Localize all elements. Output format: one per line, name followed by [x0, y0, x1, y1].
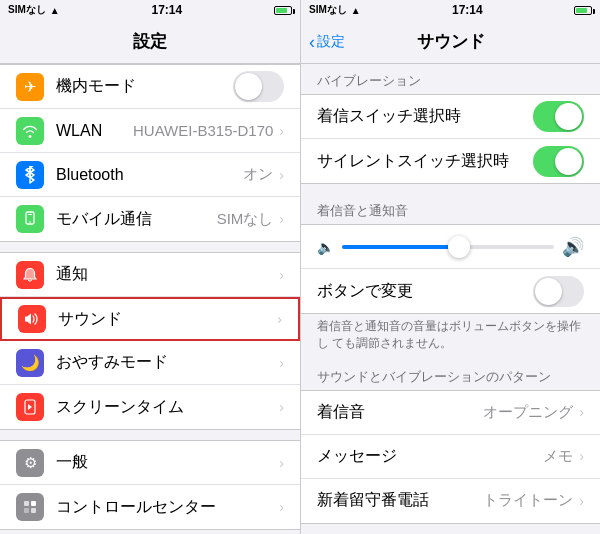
row-wlan[interactable]: WLAN HUAWEI-B315-D170 › — [0, 109, 300, 153]
wlan-label: WLAN — [56, 122, 133, 140]
newvoicemail-label: 新着留守番電話 — [317, 490, 483, 511]
general-label: 一般 — [56, 452, 279, 473]
ringtone-section: 🔈 🔊 ボタンで変更 — [301, 224, 600, 314]
volume-low-icon: 🔈 — [317, 239, 334, 255]
airplane-label: 機内モード — [56, 76, 233, 97]
svg-rect-4 — [24, 501, 29, 506]
wlan-value: HUAWEI-B315-D170 — [133, 122, 273, 139]
carrier-label: SIMなし — [8, 3, 46, 17]
right-status-left: SIMなし ▲ — [309, 3, 361, 17]
left-nav-title: 設定 — [133, 30, 167, 53]
vibration-header: バイブレーション — [301, 64, 600, 94]
volume-high-icon: 🔊 — [562, 236, 584, 258]
sound-label: サウンド — [58, 309, 277, 330]
ringtone-label: 着信音 — [317, 402, 483, 423]
airplane-toggle[interactable] — [233, 71, 284, 102]
screentime-label: スクリーンタイム — [56, 397, 279, 418]
newvoicemail-value: トライトーン — [483, 491, 573, 510]
row-screentime[interactable]: スクリーンタイム › — [0, 385, 300, 429]
right-panel: SIMなし ▲ 17:14 ‹ 設定 サウンド バイブレーション 着信スイッチ選… — [300, 0, 600, 534]
right-status-right — [574, 6, 592, 15]
right-time-label: 17:14 — [452, 3, 483, 17]
bluetooth-chevron: › — [279, 167, 284, 183]
volume-slider-thumb[interactable] — [448, 236, 470, 258]
ring-vibrate-label: 着信スイッチ選択時 — [317, 106, 533, 127]
right-settings-list: バイブレーション 着信スイッチ選択時 サイレントスイッチ選択時 着信音と通知音 … — [301, 64, 600, 534]
status-left: SIMなし ▲ — [8, 3, 60, 17]
row-message[interactable]: メッセージ メモ › — [301, 435, 600, 479]
notice-icon — [16, 261, 44, 289]
svg-rect-7 — [31, 508, 36, 513]
mobile-value: SIMなし — [217, 210, 274, 229]
sound-chevron: › — [277, 311, 282, 327]
left-settings-list: ✈ 機内モード WLAN HUAWEI-B315-D170 › — [0, 64, 300, 534]
message-chevron: › — [579, 448, 584, 464]
mobile-label: モバイル通信 — [56, 209, 217, 230]
general-icon: ⚙ — [16, 449, 44, 477]
donotdisturb-icon: 🌙 — [16, 349, 44, 377]
change-with-button-label: ボタンで変更 — [317, 281, 533, 302]
right-battery-icon — [574, 6, 592, 15]
row-change-with-button[interactable]: ボタンで変更 — [301, 269, 600, 313]
notice-label: 通知 — [56, 264, 279, 285]
section-notifications: 通知 › サウンド › 🌙 おやすみモード › — [0, 252, 300, 430]
row-ringtone[interactable]: 着信音 オープニング › — [301, 391, 600, 435]
silent-vibrate-toggle[interactable] — [533, 146, 584, 177]
newvoicemail-chevron: › — [579, 493, 584, 509]
row-ring-vibrate[interactable]: 着信スイッチ選択時 — [301, 95, 600, 139]
svg-rect-2 — [28, 214, 32, 215]
general-chevron: › — [279, 455, 284, 471]
time-label: 17:14 — [151, 3, 182, 17]
bluetooth-label: Bluetooth — [56, 166, 243, 184]
row-controlcenter[interactable]: コントロールセンター › — [0, 485, 300, 529]
pattern-header: サウンドとバイブレーションのパターン — [301, 360, 600, 390]
right-status-bar: SIMなし ▲ 17:14 — [301, 0, 600, 20]
left-nav-bar: 設定 — [0, 20, 300, 64]
wlan-chevron: › — [279, 123, 284, 139]
volume-slider-fill — [342, 245, 459, 249]
ringtone-chevron: › — [579, 404, 584, 420]
left-status-bar: SIMなし ▲ 17:14 — [0, 0, 300, 20]
row-silent-vibrate[interactable]: サイレントスイッチ選択時 — [301, 139, 600, 183]
ring-vibrate-toggle[interactable] — [533, 101, 584, 132]
right-nav-title: サウンド — [417, 30, 485, 53]
bluetooth-icon — [16, 161, 44, 189]
status-right — [274, 6, 292, 15]
donotdisturb-label: おやすみモード — [56, 352, 279, 373]
ringtone-value: オープニング — [483, 403, 573, 422]
back-chevron-icon: ‹ — [309, 33, 315, 51]
section-connectivity: ✈ 機内モード WLAN HUAWEI-B315-D170 › — [0, 64, 300, 242]
volume-slider-track[interactable] — [342, 245, 554, 249]
right-carrier-label: SIMなし — [309, 3, 347, 17]
right-nav-bar: ‹ 設定 サウンド — [301, 20, 600, 64]
row-notice[interactable]: 通知 › — [0, 253, 300, 297]
change-with-button-toggle[interactable] — [533, 276, 584, 307]
row-airplane[interactable]: ✈ 機内モード — [0, 65, 300, 109]
row-donotdisturb[interactable]: 🌙 おやすみモード › — [0, 341, 300, 385]
wlan-icon — [16, 117, 44, 145]
svg-rect-5 — [31, 501, 36, 506]
mobile-icon — [16, 205, 44, 233]
notice-chevron: › — [279, 267, 284, 283]
volume-slider-row[interactable]: 🔈 🔊 — [301, 225, 600, 269]
row-bluetooth[interactable]: Bluetooth オン › — [0, 153, 300, 197]
bluetooth-value: オン — [243, 165, 273, 184]
wifi-icon: ▲ — [50, 5, 60, 16]
left-panel: SIMなし ▲ 17:14 設定 ✈ 機内モード — [0, 0, 300, 534]
row-general[interactable]: ⚙ 一般 › — [0, 441, 300, 485]
vibration-section: 着信スイッチ選択時 サイレントスイッチ選択時 — [301, 94, 600, 184]
message-value: メモ — [543, 447, 573, 466]
row-sound[interactable]: サウンド › — [0, 297, 300, 341]
sound-icon — [18, 305, 46, 333]
ringtone-header: 着信音と通知音 — [301, 194, 600, 224]
right-wifi-icon: ▲ — [351, 5, 361, 16]
row-mobile[interactable]: モバイル通信 SIMなし › — [0, 197, 300, 241]
back-button[interactable]: ‹ 設定 — [309, 33, 345, 51]
battery-icon — [274, 6, 292, 15]
silent-vibrate-label: サイレントスイッチ選択時 — [317, 151, 533, 172]
controlcenter-label: コントロールセンター — [56, 497, 279, 518]
row-newvoicemail[interactable]: 新着留守番電話 トライトーン › — [301, 479, 600, 523]
pattern-section: 着信音 オープニング › メッセージ メモ › 新着留守番電話 トライトーン › — [301, 390, 600, 524]
ringtone-footer: 着信音と通知音の音量はボリュームボタンを操作し ても調節されません。 — [301, 314, 600, 360]
controlcenter-icon — [16, 493, 44, 521]
